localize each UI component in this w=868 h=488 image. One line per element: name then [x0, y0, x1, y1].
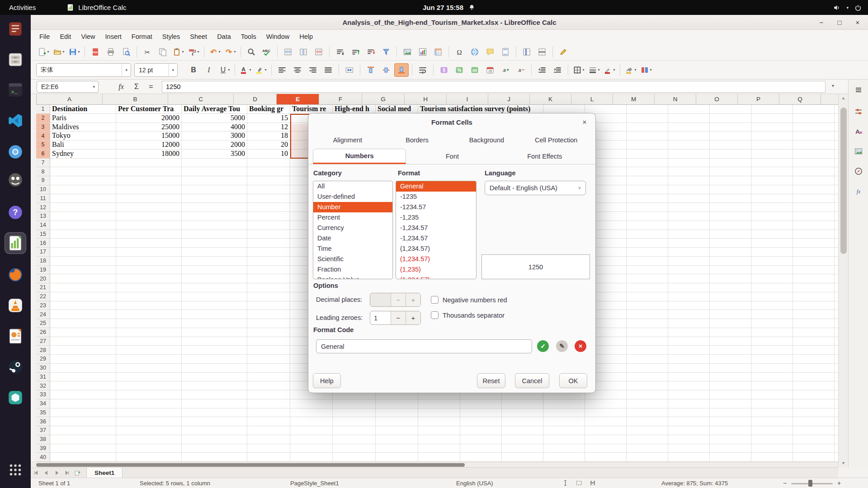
cell-O9[interactable]: [710, 176, 751, 185]
cell-C20[interactable]: [182, 274, 247, 283]
cell-R19[interactable]: [835, 266, 838, 275]
cell-Q21[interactable]: [793, 283, 835, 292]
cell-D21[interactable]: [247, 283, 290, 292]
cell-A30[interactable]: [50, 364, 116, 373]
copy-button[interactable]: [156, 45, 170, 59]
cell-P5[interactable]: [751, 141, 793, 150]
add-decimal-button[interactable]: .0: [498, 63, 513, 77]
format-option[interactable]: -1235: [396, 192, 476, 202]
menu-edit[interactable]: Edit: [55, 30, 76, 43]
cell-B32[interactable]: [116, 381, 182, 390]
cell-B33[interactable]: [116, 390, 182, 399]
menu-window[interactable]: Window: [261, 30, 295, 43]
column-header-M[interactable]: M: [613, 94, 655, 105]
cut-button[interactable]: ✂: [140, 45, 155, 59]
insert-comment-button[interactable]: [483, 45, 497, 59]
cell-M16[interactable]: [627, 239, 668, 248]
cell-C14[interactable]: [182, 221, 247, 230]
cell-A23[interactable]: [50, 301, 116, 310]
cell-P19[interactable]: [751, 266, 793, 275]
cell-D3[interactable]: 12: [247, 123, 290, 132]
cell-B40[interactable]: [116, 453, 182, 462]
remove-format-button[interactable]: ×: [575, 340, 586, 352]
redo-button[interactable]: ↷▾: [223, 45, 237, 59]
headers-footers-button[interactable]: [498, 45, 513, 59]
cell-O35[interactable]: [710, 408, 751, 418]
autofilter-button[interactable]: [379, 45, 393, 59]
cell-C25[interactable]: [182, 319, 247, 328]
dock-chromium[interactable]: [5, 141, 26, 163]
cell-R12[interactable]: [835, 203, 838, 212]
insert-image-button[interactable]: [400, 45, 415, 59]
cell-Q23[interactable]: [793, 301, 835, 310]
cell-Q2[interactable]: [793, 114, 835, 123]
cell-K35[interactable]: [543, 408, 585, 418]
cell-L36[interactable]: [585, 417, 627, 426]
cell-E37[interactable]: [290, 426, 333, 435]
cell-B39[interactable]: [116, 444, 182, 453]
negative-numbers-red-checkbox[interactable]: Negative numbers red: [431, 296, 507, 304]
cell-D29[interactable]: [247, 355, 290, 364]
decimal-places-value[interactable]: [370, 293, 391, 306]
cell-M38[interactable]: [627, 435, 668, 444]
cell-E36[interactable]: [290, 417, 333, 426]
cell-R35[interactable]: [835, 408, 838, 418]
cell-R5[interactable]: [835, 141, 838, 150]
chevron-down-icon[interactable]: ▾: [234, 50, 236, 54]
cell-D35[interactable]: [247, 408, 290, 418]
cell-B27[interactable]: [116, 337, 182, 346]
category-option[interactable]: Boolean Value: [313, 275, 392, 279]
split-window-button[interactable]: [535, 45, 549, 59]
cell-G38[interactable]: [376, 435, 418, 444]
row-header-10[interactable]: 10: [36, 185, 50, 194]
row-header-13[interactable]: 13: [36, 212, 50, 221]
cell-B19[interactable]: [116, 266, 182, 275]
category-listbox[interactable]: AllUser-definedNumberPercentCurrencyDate…: [313, 181, 393, 279]
page-style[interactable]: PageStyle_Sheet1: [290, 480, 339, 487]
conditional-formatting-button[interactable]: ▾: [639, 63, 653, 77]
cell-O25[interactable]: [710, 319, 751, 328]
name-box[interactable]: E2:E6 ▾: [37, 81, 99, 93]
font-color-button[interactable]: A▾: [238, 63, 253, 77]
cell-O1[interactable]: [710, 105, 751, 114]
text-language[interactable]: English (USA): [456, 480, 493, 487]
cell-P24[interactable]: [751, 310, 793, 319]
cell-Q5[interactable]: [793, 141, 835, 150]
category-option[interactable]: Scientific: [313, 254, 392, 264]
cell-Q7[interactable]: [793, 159, 835, 168]
cell-M30[interactable]: [627, 364, 668, 373]
category-option[interactable]: User-defined: [313, 192, 392, 202]
cell-R15[interactable]: [835, 230, 838, 239]
cell-H40[interactable]: [418, 453, 460, 462]
cell-P7[interactable]: [751, 159, 793, 168]
cell-C32[interactable]: [182, 381, 247, 390]
cell-P36[interactable]: [751, 417, 793, 426]
cell-A22[interactable]: [50, 292, 116, 301]
cell-O38[interactable]: [710, 435, 751, 444]
column-header-H[interactable]: H: [405, 94, 447, 105]
cell-N10[interactable]: [668, 185, 710, 194]
cell-P14[interactable]: [751, 221, 793, 230]
align-left-button[interactable]: [275, 63, 289, 77]
cell-I37[interactable]: [460, 426, 502, 435]
row-header-17[interactable]: 17: [36, 248, 50, 257]
cell-R10[interactable]: [835, 185, 838, 194]
volume-icon[interactable]: [833, 4, 840, 11]
cell-C9[interactable]: [182, 176, 247, 185]
cell-R29[interactable]: [835, 355, 838, 364]
cell-L39[interactable]: [585, 444, 627, 453]
cell-H37[interactable]: [418, 426, 460, 435]
cell-Q9[interactable]: [793, 176, 835, 185]
cell-F34[interactable]: [333, 399, 376, 408]
background-color-button[interactable]: ▾: [623, 63, 638, 77]
cell-B30[interactable]: [116, 364, 182, 373]
open-button[interactable]: ▾: [52, 45, 66, 59]
cell-O20[interactable]: [710, 274, 751, 283]
cell-D19[interactable]: [247, 266, 290, 275]
cell-A4[interactable]: Tokyo: [50, 131, 116, 141]
cell-A12[interactable]: [50, 203, 116, 212]
cell-B26[interactable]: [116, 328, 182, 337]
cell-Q8[interactable]: [793, 167, 835, 176]
cell-Q31[interactable]: [793, 373, 835, 382]
cell-Q3[interactable]: [793, 123, 835, 132]
